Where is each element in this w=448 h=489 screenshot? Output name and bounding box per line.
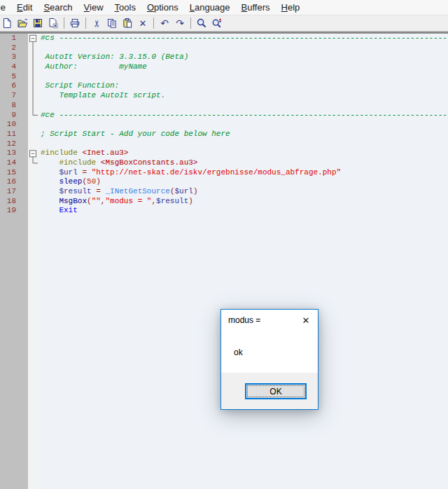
msgbox-message: ok (234, 347, 243, 357)
line-text: #cs ------------------------------------… (41, 34, 448, 43)
line-number: 18 (0, 197, 16, 207)
editor-line[interactable]: 15 $url = "http://net-skat.de/iskv/ergeb… (0, 168, 448, 178)
line-text: Template AutoIt script. (41, 91, 448, 101)
editor-line[interactable]: 5 (0, 72, 448, 82)
new-file-icon[interactable] (0, 16, 14, 30)
editor-lines[interactable]: 1#cs -----------------------------------… (0, 34, 448, 216)
editor-line[interactable]: 3 AutoIt Version: 3.3.15.0 (Beta) (0, 53, 448, 62)
line-text: Author: myName (41, 62, 448, 72)
line-text: #ce ------------------------------------… (41, 111, 448, 120)
line-number: 19 (0, 206, 16, 216)
line-number: 8 (0, 101, 16, 111)
editor-line[interactable]: 19 Exit (0, 206, 448, 216)
line-number: 2 (0, 43, 16, 53)
line-number: 14 (0, 158, 16, 168)
line-number: 6 (0, 81, 16, 91)
toolbar: ✂✕↶↷ (0, 15, 448, 31)
line-text: sleep(50) (41, 177, 448, 187)
editor-line[interactable]: 9#ce -----------------------------------… (0, 111, 448, 120)
paste-icon[interactable] (120, 16, 134, 30)
replace-icon[interactable] (210, 16, 224, 30)
save-file-icon[interactable] (31, 16, 45, 30)
editor-line[interactable]: 4 Author: myName (0, 62, 448, 72)
menu-item-options[interactable]: Options (141, 1, 184, 14)
line-number: 1 (0, 34, 16, 43)
msgbox-body: ok (221, 331, 318, 374)
editor-line[interactable]: 14 #include <MsgBoxConstants.au3> (0, 158, 448, 168)
toolbar-separator (85, 18, 86, 29)
editor-line[interactable]: 1#cs -----------------------------------… (0, 34, 448, 43)
code-editor[interactable]: 1#cs -----------------------------------… (0, 34, 448, 489)
editor-line[interactable]: 16 sleep(50) (0, 177, 448, 187)
line-number: 16 (0, 177, 16, 187)
toolbar-separator (64, 18, 64, 29)
menu-item-view[interactable]: View (78, 1, 109, 14)
line-number: 10 (0, 120, 16, 130)
msgbox-titlebar[interactable]: modus = ✕ (221, 310, 318, 331)
redo-icon[interactable]: ↷ (173, 16, 187, 30)
line-number: 15 (0, 168, 16, 178)
print-icon[interactable] (68, 16, 82, 30)
editor-line[interactable]: 13#include <Inet.au3> (0, 149, 448, 158)
menu-item-search[interactable]: Search (38, 1, 78, 14)
editor-line[interactable]: 11; Script Start - Add your code below h… (0, 130, 448, 139)
ok-button-label: OK (247, 385, 304, 397)
menu-item-file[interactable]: File (0, 1, 11, 14)
line-number: 5 (0, 72, 16, 82)
line-text: $result = _INetGetSource($url) (41, 187, 448, 197)
close-file-icon[interactable] (46, 16, 60, 30)
line-number: 7 (0, 91, 16, 101)
line-text: Script Function: (41, 81, 448, 91)
menu-item-tools[interactable]: Tools (109, 1, 141, 14)
menubar: FileEditSearchViewToolsOptionsLanguageBu… (0, 0, 448, 15)
ok-button[interactable]: OK (245, 383, 307, 399)
scite-editor-window: FileEditSearchViewToolsOptionsLanguageBu… (0, 0, 448, 34)
toolbar-separator (153, 18, 154, 29)
editor-line[interactable]: 8 (0, 101, 448, 111)
line-text: #include <Inet.au3> (41, 149, 448, 158)
copy-icon[interactable] (105, 16, 119, 30)
line-text: Exit (41, 206, 448, 216)
line-text: ; Script Start - Add your code below her… (41, 130, 448, 139)
editor-line[interactable]: 12 (0, 139, 448, 149)
line-number: 4 (0, 62, 16, 72)
line-number: 12 (0, 139, 16, 149)
menu-item-buffers[interactable]: Buffers (236, 1, 276, 14)
menu-item-language[interactable]: Language (184, 1, 236, 14)
line-text: #include <MsgBoxConstants.au3> (41, 158, 448, 168)
line-number: 3 (0, 53, 16, 62)
toolbar-separator (190, 18, 191, 29)
menu-item-edit[interactable]: Edit (11, 1, 38, 14)
line-text: MsgBox("","modus = ",$result) (41, 197, 448, 207)
line-number: 11 (0, 130, 16, 139)
msgbox-footer: OK (221, 373, 318, 409)
editor-line[interactable]: 17 $result = _INetGetSource($url) (0, 187, 448, 197)
editor-line[interactable]: 6 Script Function: (0, 81, 448, 91)
menu-item-help[interactable]: Help (276, 1, 306, 14)
cut-icon[interactable]: ✂ (90, 16, 104, 30)
line-number: 13 (0, 149, 16, 158)
line-number: 9 (0, 111, 16, 120)
line-text: $url = "http://net-skat.de/iskv/ergebnis… (41, 168, 448, 178)
find-icon[interactable] (195, 16, 209, 30)
msgbox-dialog: modus = ✕ ok OK (220, 309, 318, 410)
line-text: AutoIt Version: 3.3.15.0 (Beta) (41, 53, 448, 62)
editor-line[interactable]: 10 (0, 120, 448, 130)
editor-line[interactable]: 18 MsgBox("","modus = ",$result) (0, 197, 448, 207)
undo-icon[interactable]: ↶ (158, 16, 172, 30)
open-file-icon[interactable] (15, 16, 29, 30)
delete-icon[interactable]: ✕ (136, 16, 150, 30)
close-icon[interactable]: ✕ (294, 310, 318, 331)
msgbox-title: modus = (228, 315, 260, 325)
editor-line[interactable]: 2 (0, 43, 448, 53)
editor-line[interactable]: 7 Template AutoIt script. (0, 91, 448, 101)
line-number: 17 (0, 187, 16, 197)
